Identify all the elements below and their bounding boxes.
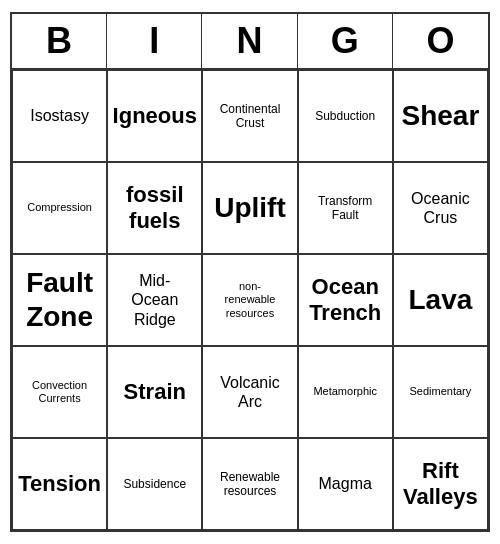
header-letter-o: O <box>393 14 488 68</box>
cell-text-2: ContinentalCrust <box>207 102 292 131</box>
cell-21: Subsidence <box>107 438 202 530</box>
cell-18: Metamorphic <box>298 346 393 438</box>
cell-text-12: non-renewableresources <box>207 280 292 320</box>
cell-1: Igneous <box>107 70 202 162</box>
cell-9: OceanicCrus <box>393 162 488 254</box>
cell-text-15: ConvectionCurrents <box>17 379 102 405</box>
cell-text-13: OceanTrench <box>303 274 388 327</box>
cell-0: Isostasy <box>12 70 107 162</box>
cell-15: ConvectionCurrents <box>12 346 107 438</box>
bingo-card: BINGO IsostasyIgneousContinentalCrustSub… <box>10 12 490 532</box>
cell-text-24: RiftValleys <box>398 458 483 511</box>
cell-6: fossilfuels <box>107 162 202 254</box>
cell-13: OceanTrench <box>298 254 393 346</box>
header-letter-i: I <box>107 14 202 68</box>
cell-23: Magma <box>298 438 393 530</box>
cell-19: Sedimentary <box>393 346 488 438</box>
cell-text-23: Magma <box>303 474 388 493</box>
cell-3: Subduction <box>298 70 393 162</box>
cell-text-8: TransformFault <box>303 194 388 223</box>
cell-text-1: Igneous <box>112 103 197 129</box>
cell-text-20: Tension <box>17 471 102 497</box>
cell-text-19: Sedimentary <box>398 385 483 398</box>
cell-20: Tension <box>12 438 107 530</box>
cell-14: Lava <box>393 254 488 346</box>
cell-17: VolcanicArc <box>202 346 297 438</box>
header-letter-n: N <box>202 14 297 68</box>
header-letter-g: G <box>298 14 393 68</box>
cell-text-4: Shear <box>398 99 483 133</box>
cell-2: ContinentalCrust <box>202 70 297 162</box>
cell-4: Shear <box>393 70 488 162</box>
cell-text-18: Metamorphic <box>303 385 388 398</box>
cell-text-16: Strain <box>112 379 197 405</box>
bingo-header: BINGO <box>12 14 488 70</box>
cell-text-0: Isostasy <box>17 106 102 125</box>
cell-text-22: Renewableresources <box>207 470 292 499</box>
cell-12: non-renewableresources <box>202 254 297 346</box>
cell-16: Strain <box>107 346 202 438</box>
cell-7: Uplift <box>202 162 297 254</box>
cell-text-6: fossilfuels <box>112 182 197 235</box>
cell-text-14: Lava <box>398 283 483 317</box>
cell-text-3: Subduction <box>303 109 388 123</box>
cell-8: TransformFault <box>298 162 393 254</box>
cell-text-17: VolcanicArc <box>207 373 292 411</box>
cell-22: Renewableresources <box>202 438 297 530</box>
cell-5: Compression <box>12 162 107 254</box>
header-letter-b: B <box>12 14 107 68</box>
cell-text-10: FaultZone <box>17 266 102 333</box>
cell-text-11: Mid-OceanRidge <box>112 271 197 329</box>
cell-11: Mid-OceanRidge <box>107 254 202 346</box>
cell-text-5: Compression <box>17 201 102 214</box>
cell-10: FaultZone <box>12 254 107 346</box>
cell-text-7: Uplift <box>207 191 292 225</box>
bingo-grid: IsostasyIgneousContinentalCrustSubductio… <box>12 70 488 530</box>
cell-24: RiftValleys <box>393 438 488 530</box>
cell-text-21: Subsidence <box>112 477 197 491</box>
cell-text-9: OceanicCrus <box>398 189 483 227</box>
